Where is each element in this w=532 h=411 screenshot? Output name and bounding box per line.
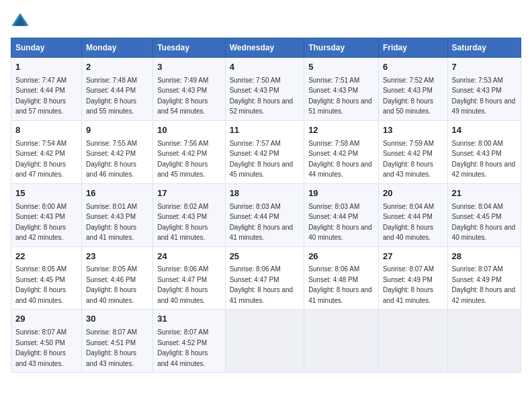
day-number: 28 [452,250,517,263]
calendar-cell: 2 Sunrise: 7:48 AMSunset: 4:44 PMDayligh… [82,58,153,121]
day-number: 4 [230,61,300,74]
day-number: 19 [308,187,374,200]
calendar-cell: 21 Sunrise: 8:04 AMSunset: 4:45 PMDaylig… [447,183,521,246]
day-info: Sunrise: 7:47 AMSunset: 4:44 PMDaylight:… [15,77,66,116]
calendar-cell: 19 Sunrise: 8:03 AMSunset: 4:44 PMDaylig… [304,183,379,246]
calendar-cell: 16 Sunrise: 8:01 AMSunset: 4:43 PMDaylig… [82,183,153,246]
day-info: Sunrise: 7:57 AMSunset: 4:42 PMDaylight:… [230,140,294,179]
day-info: Sunrise: 8:07 AMSunset: 4:52 PMDaylight:… [157,328,208,367]
day-info: Sunrise: 8:04 AMSunset: 4:44 PMDaylight:… [383,203,434,242]
day-info: Sunrise: 8:06 AMSunset: 4:48 PMDaylight:… [308,265,372,304]
day-info: Sunrise: 7:49 AMSunset: 4:43 PMDaylight:… [157,77,208,116]
day-info: Sunrise: 7:54 AMSunset: 4:42 PMDaylight:… [15,140,66,179]
calendar-cell: 7 Sunrise: 7:53 AMSunset: 4:43 PMDayligh… [447,58,521,121]
calendar-cell [378,310,447,373]
page-header [11,11,521,30]
day-info: Sunrise: 8:02 AMSunset: 4:43 PMDaylight:… [157,203,208,242]
calendar-cell: 22 Sunrise: 8:05 AMSunset: 4:45 PMDaylig… [11,246,82,310]
header-friday: Friday [378,38,447,58]
day-number: 26 [308,250,374,263]
day-number: 8 [15,124,77,137]
day-info: Sunrise: 8:03 AMSunset: 4:44 PMDaylight:… [230,203,294,242]
calendar-table: SundayMondayTuesdayWednesdayThursdayFrid… [11,38,521,373]
header-sunday: Sunday [11,38,82,58]
day-number: 11 [230,124,300,137]
day-info: Sunrise: 8:04 AMSunset: 4:45 PMDaylight:… [452,203,516,242]
day-info: Sunrise: 7:53 AMSunset: 4:43 PMDaylight:… [452,77,516,116]
day-number: 6 [383,61,443,74]
calendar-cell: 3 Sunrise: 7:49 AMSunset: 4:43 PMDayligh… [153,58,225,121]
calendar-cell: 9 Sunrise: 7:55 AMSunset: 4:42 PMDayligh… [82,120,153,183]
day-number: 20 [383,187,443,200]
day-info: Sunrise: 7:52 AMSunset: 4:43 PMDaylight:… [383,77,434,116]
calendar-week-row: 8 Sunrise: 7:54 AMSunset: 4:42 PMDayligh… [11,120,521,183]
day-number: 17 [157,187,220,200]
calendar-cell: 27 Sunrise: 8:07 AMSunset: 4:49 PMDaylig… [378,246,447,310]
calendar-cell: 5 Sunrise: 7:51 AMSunset: 4:43 PMDayligh… [304,58,379,121]
day-number: 10 [157,124,220,137]
day-number: 7 [452,61,517,74]
calendar-cell: 17 Sunrise: 8:02 AMSunset: 4:43 PMDaylig… [153,183,225,246]
calendar-cell: 1 Sunrise: 7:47 AMSunset: 4:44 PMDayligh… [11,58,82,121]
calendar-cell: 31 Sunrise: 8:07 AMSunset: 4:52 PMDaylig… [153,310,225,373]
day-info: Sunrise: 8:03 AMSunset: 4:44 PMDaylight:… [308,203,372,242]
calendar-week-row: 22 Sunrise: 8:05 AMSunset: 4:45 PMDaylig… [11,246,521,310]
calendar-cell: 6 Sunrise: 7:52 AMSunset: 4:43 PMDayligh… [378,58,447,121]
calendar-cell: 18 Sunrise: 8:03 AMSunset: 4:44 PMDaylig… [225,183,304,246]
day-number: 27 [383,250,443,263]
header-saturday: Saturday [447,38,521,58]
day-info: Sunrise: 7:48 AMSunset: 4:44 PMDaylight:… [86,77,137,116]
calendar-cell: 12 Sunrise: 7:58 AMSunset: 4:42 PMDaylig… [304,120,379,183]
day-info: Sunrise: 8:00 AMSunset: 4:43 PMDaylight:… [452,140,516,179]
day-info: Sunrise: 8:07 AMSunset: 4:51 PMDaylight:… [86,328,137,367]
calendar-cell: 29 Sunrise: 8:07 AMSunset: 4:50 PMDaylig… [11,310,82,373]
calendar-header-row: SundayMondayTuesdayWednesdayThursdayFrid… [11,38,521,58]
day-info: Sunrise: 7:51 AMSunset: 4:43 PMDaylight:… [308,77,372,116]
day-info: Sunrise: 7:50 AMSunset: 4:43 PMDaylight:… [230,77,294,116]
day-info: Sunrise: 8:05 AMSunset: 4:45 PMDaylight:… [15,265,66,304]
day-number: 9 [86,124,148,137]
day-number: 3 [157,61,220,74]
day-number: 22 [15,250,77,263]
calendar-week-row: 15 Sunrise: 8:00 AMSunset: 4:43 PMDaylig… [11,183,521,246]
header-tuesday: Tuesday [153,38,225,58]
calendar-cell: 10 Sunrise: 7:56 AMSunset: 4:42 PMDaylig… [153,120,225,183]
calendar-cell: 28 Sunrise: 8:07 AMSunset: 4:49 PMDaylig… [447,246,521,310]
day-number: 5 [308,61,374,74]
calendar-cell [304,310,379,373]
day-number: 12 [308,124,374,137]
calendar-cell: 30 Sunrise: 8:07 AMSunset: 4:51 PMDaylig… [82,310,153,373]
calendar-cell: 20 Sunrise: 8:04 AMSunset: 4:44 PMDaylig… [378,183,447,246]
day-info: Sunrise: 8:00 AMSunset: 4:43 PMDaylight:… [15,203,66,242]
logo [11,11,32,30]
calendar-week-row: 1 Sunrise: 7:47 AMSunset: 4:44 PMDayligh… [11,58,521,121]
day-info: Sunrise: 8:06 AMSunset: 4:47 PMDaylight:… [157,265,208,304]
header-monday: Monday [82,38,153,58]
day-number: 21 [452,187,517,200]
calendar-cell: 4 Sunrise: 7:50 AMSunset: 4:43 PMDayligh… [225,58,304,121]
calendar-cell: 13 Sunrise: 7:59 AMSunset: 4:42 PMDaylig… [378,120,447,183]
calendar-cell: 24 Sunrise: 8:06 AMSunset: 4:47 PMDaylig… [153,246,225,310]
day-number: 23 [86,250,148,263]
day-info: Sunrise: 8:07 AMSunset: 4:50 PMDaylight:… [15,328,66,367]
day-info: Sunrise: 8:07 AMSunset: 4:49 PMDaylight:… [452,265,516,304]
day-number: 14 [452,124,517,137]
day-number: 13 [383,124,443,137]
calendar-cell: 26 Sunrise: 8:06 AMSunset: 4:48 PMDaylig… [304,246,379,310]
calendar-cell: 23 Sunrise: 8:05 AMSunset: 4:46 PMDaylig… [82,246,153,310]
day-number: 30 [86,313,148,326]
calendar-cell: 14 Sunrise: 8:00 AMSunset: 4:43 PMDaylig… [447,120,521,183]
day-info: Sunrise: 8:01 AMSunset: 4:43 PMDaylight:… [86,203,137,242]
day-info: Sunrise: 8:06 AMSunset: 4:47 PMDaylight:… [230,265,294,304]
header-thursday: Thursday [304,38,379,58]
calendar-cell: 15 Sunrise: 8:00 AMSunset: 4:43 PMDaylig… [11,183,82,246]
calendar-cell: 8 Sunrise: 7:54 AMSunset: 4:42 PMDayligh… [11,120,82,183]
day-info: Sunrise: 8:05 AMSunset: 4:46 PMDaylight:… [86,265,137,304]
day-number: 29 [15,313,77,326]
calendar-cell: 25 Sunrise: 8:06 AMSunset: 4:47 PMDaylig… [225,246,304,310]
day-number: 2 [86,61,148,74]
calendar-cell [447,310,521,373]
day-info: Sunrise: 7:56 AMSunset: 4:42 PMDaylight:… [157,140,208,179]
day-number: 1 [15,61,77,74]
day-info: Sunrise: 8:07 AMSunset: 4:49 PMDaylight:… [383,265,434,304]
